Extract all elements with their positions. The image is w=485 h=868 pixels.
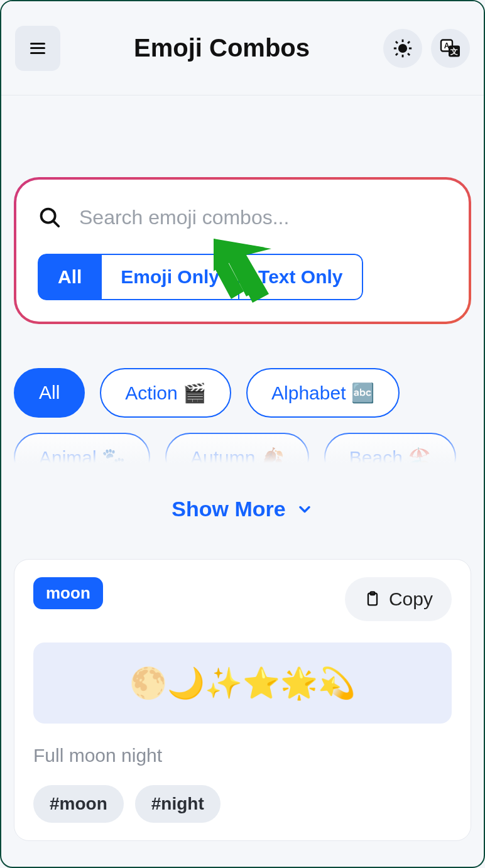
tag-moon[interactable]: #moon [33, 785, 124, 823]
search-icon [38, 205, 62, 229]
svg-line-5 [396, 41, 398, 43]
hamburger-icon [30, 43, 45, 54]
svg-line-7 [396, 53, 398, 55]
header: Emoji Combos A 文 [1, 1, 484, 95]
search-filter-segment: All Emoji Only Text Only [38, 254, 363, 300]
combo-emoji-display[interactable]: 🌕🌙✨⭐🌟💫 [33, 643, 452, 724]
translate-icon: A 文 [439, 37, 462, 60]
svg-text:文: 文 [450, 47, 458, 56]
svg-line-14 [53, 221, 58, 226]
sun-icon [392, 38, 413, 59]
combo-card: moon Copy 🌕🌙✨⭐🌟💫 Full moon night #moon #… [14, 559, 471, 841]
category-chip-all[interactable]: All [14, 368, 85, 418]
show-more-label: Show More [172, 497, 285, 521]
app-root: Emoji Combos A 文 [0, 0, 485, 868]
chevron-down-icon [296, 501, 313, 518]
translate-button[interactable]: A 文 [431, 29, 470, 68]
search-row [38, 198, 447, 236]
page-title: Emoji Combos [134, 34, 310, 62]
combo-badge: moon [33, 577, 103, 609]
svg-line-6 [408, 53, 410, 55]
clipboard-icon [364, 590, 381, 608]
combo-card-header: moon Copy [33, 577, 452, 621]
copy-label: Copy [389, 589, 433, 610]
svg-line-8 [408, 41, 410, 43]
header-actions: A 文 [383, 29, 470, 68]
tag-night[interactable]: #night [135, 785, 221, 823]
svg-point-0 [399, 45, 406, 52]
copy-button[interactable]: Copy [345, 577, 452, 621]
search-input[interactable] [79, 206, 447, 229]
combo-tags: #moon #night [33, 785, 452, 823]
category-list: All Action 🎬 Alphabet 🔤 Animal 🐾 Autumn … [14, 368, 471, 478]
category-chip-autumn[interactable]: Autumn 🍂 [165, 433, 309, 478]
show-more-button[interactable]: Show More [1, 497, 484, 521]
category-chip-alphabet[interactable]: Alphabet 🔤 [246, 368, 400, 418]
search-card: All Emoji Only Text Only [14, 177, 471, 324]
menu-button[interactable] [15, 26, 60, 71]
category-chip-beach[interactable]: Beach 🏖️ [324, 433, 456, 478]
combo-description: Full moon night [33, 745, 452, 766]
category-chip-animal[interactable]: Animal 🐾 [14, 433, 150, 478]
segment-text-only[interactable]: Text Only [239, 254, 362, 300]
category-chip-action[interactable]: Action 🎬 [100, 368, 231, 418]
segment-all[interactable]: All [38, 254, 102, 300]
segment-emoji-only[interactable]: Emoji Only [102, 254, 239, 300]
theme-toggle-button[interactable] [383, 29, 422, 68]
